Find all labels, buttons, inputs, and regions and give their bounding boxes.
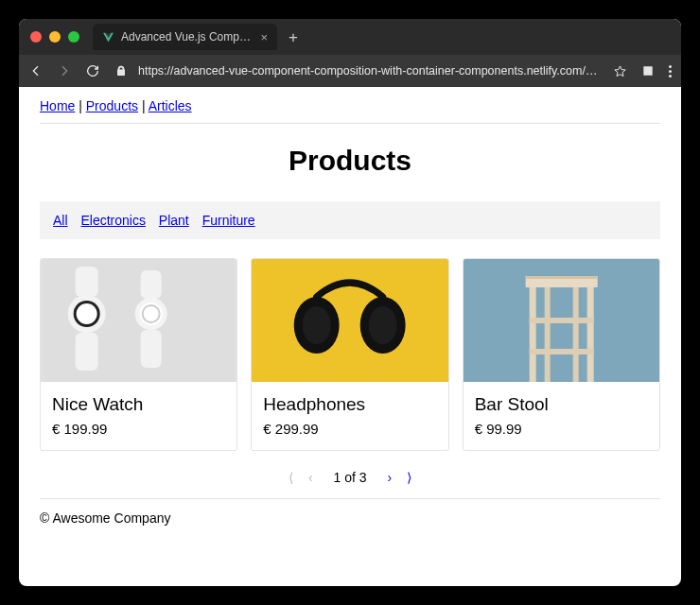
address-bar: https://advanced-vue-component-compositi… xyxy=(19,55,681,87)
product-name: Headphones xyxy=(263,394,436,415)
back-button[interactable] xyxy=(28,63,44,78)
bookmark-button[interactable] xyxy=(612,63,627,78)
product-card[interactable]: Nice Watch € 199.99 xyxy=(40,258,237,451)
browser-tab[interactable]: Advanced Vue.js Component C × xyxy=(93,24,277,50)
svg-rect-20 xyxy=(586,287,593,382)
svg-point-14 xyxy=(303,306,331,344)
reload-button[interactable] xyxy=(85,63,100,78)
last-page-button[interactable]: ⟩ xyxy=(407,470,411,485)
nav-articles[interactable]: Articles xyxy=(149,98,192,113)
product-price: € 199.99 xyxy=(52,421,225,437)
extensions-button[interactable] xyxy=(640,63,656,78)
product-name: Bar Stool xyxy=(475,394,648,415)
minimize-window-button[interactable] xyxy=(49,31,61,43)
svg-rect-19 xyxy=(529,287,535,382)
footer: © Awesome Company xyxy=(40,498,660,526)
close-window-button[interactable] xyxy=(30,31,42,43)
svg-rect-10 xyxy=(141,330,162,368)
svg-rect-5 xyxy=(76,333,98,371)
prev-page-button: ‹ xyxy=(308,470,313,485)
product-image xyxy=(41,259,236,382)
svg-rect-1 xyxy=(76,267,98,297)
menu-button[interactable] xyxy=(669,65,672,78)
filter-electronics[interactable]: Electronics xyxy=(80,213,145,228)
svg-rect-6 xyxy=(141,270,162,299)
filter-all[interactable]: All xyxy=(53,213,68,228)
page-indicator: 1 of 3 xyxy=(333,470,366,485)
product-grid: Nice Watch € 199.99 Hea xyxy=(40,258,660,451)
svg-point-15 xyxy=(369,306,397,344)
site-nav: Home | Products | Articles xyxy=(40,98,660,124)
lock-icon xyxy=(114,63,129,78)
product-card[interactable]: Headphones € 299.99 xyxy=(251,258,448,451)
svg-point-4 xyxy=(77,303,97,324)
window-controls xyxy=(30,31,79,43)
new-tab-button[interactable]: + xyxy=(289,29,298,45)
product-price: € 99.99 xyxy=(475,421,648,437)
pagination: ⟨ ‹ 1 of 3 › ⟩ xyxy=(40,470,660,485)
svg-rect-18 xyxy=(525,276,597,279)
svg-rect-23 xyxy=(529,318,593,323)
product-name: Nice Watch xyxy=(52,394,225,415)
product-image xyxy=(252,259,447,382)
svg-rect-11 xyxy=(255,259,445,382)
titlebar: Advanced Vue.js Component C × + xyxy=(19,19,681,55)
close-tab-icon[interactable]: × xyxy=(260,31,268,43)
filter-plant[interactable]: Plant xyxy=(159,213,189,228)
nav-home[interactable]: Home xyxy=(40,98,75,113)
svg-rect-22 xyxy=(572,287,578,382)
browser-window: Advanced Vue.js Component C × + https://… xyxy=(19,19,681,586)
filter-furniture[interactable]: Furniture xyxy=(202,213,255,228)
url-field[interactable]: https://advanced-vue-component-compositi… xyxy=(138,64,599,78)
tab-title: Advanced Vue.js Component C xyxy=(121,30,254,43)
svg-rect-21 xyxy=(544,287,550,382)
product-card[interactable]: Bar Stool € 99.99 xyxy=(463,258,660,451)
next-page-button[interactable]: › xyxy=(387,470,392,485)
first-page-button: ⟨ xyxy=(289,470,293,485)
forward-button[interactable] xyxy=(57,63,72,78)
product-image xyxy=(464,259,659,382)
page-title: Products xyxy=(40,145,660,177)
maximize-window-button[interactable] xyxy=(68,31,79,43)
nav-products[interactable]: Products xyxy=(86,98,138,113)
svg-rect-24 xyxy=(529,349,593,354)
category-filters: All Electronics Plant Furniture xyxy=(40,201,660,239)
page-content: Home | Products | Articles Products All … xyxy=(19,87,681,586)
vue-icon xyxy=(102,31,114,43)
product-price: € 299.99 xyxy=(263,421,436,437)
